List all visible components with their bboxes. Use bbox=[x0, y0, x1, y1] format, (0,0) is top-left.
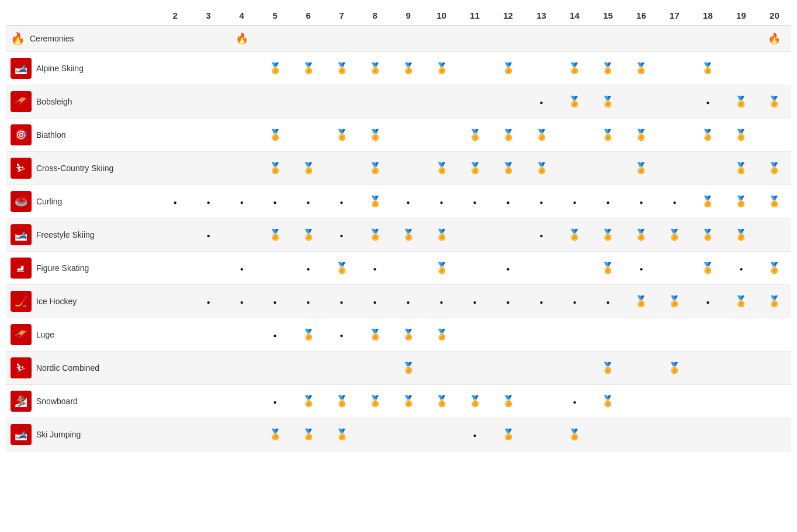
dot-icon: ● bbox=[240, 199, 244, 206]
medal-icon: 🏅 bbox=[369, 195, 382, 208]
day-cell-12 bbox=[491, 85, 525, 119]
day-header-12: 12 bbox=[491, 6, 525, 26]
day-cell-18 bbox=[691, 385, 725, 418]
day-cell-13: ● bbox=[525, 218, 558, 252]
day-cell-16 bbox=[625, 385, 658, 418]
sport-name: Figure Skating bbox=[36, 263, 89, 273]
sport-icon: 🏂 bbox=[11, 391, 32, 412]
medal-icon: 🏅 bbox=[601, 262, 614, 274]
day-cell-3 bbox=[192, 26, 225, 52]
day-cell-17: 🏅 bbox=[658, 218, 691, 252]
day-cell-19 bbox=[725, 385, 758, 418]
day-cell-10: 🏅 bbox=[425, 252, 458, 285]
medal-icon: 🏅 bbox=[369, 62, 382, 75]
day-cell-20: 🔥 bbox=[758, 26, 791, 52]
sport-name: Biathlon bbox=[36, 130, 66, 140]
dot-icon: ● bbox=[539, 299, 543, 305]
day-header-5: 5 bbox=[258, 6, 292, 26]
dot-icon: ● bbox=[473, 299, 477, 305]
medal-icon: 🏅 bbox=[701, 128, 714, 141]
medal-icon: 🏅 bbox=[369, 162, 382, 175]
day-cell-16 bbox=[625, 85, 658, 119]
day-cell-20: 🏅 bbox=[758, 85, 791, 119]
day-cell-11: ● bbox=[458, 285, 491, 318]
sport-row: 🏂 Snowboard ●🏅🏅🏅🏅🏅🏅🏅●🏅 bbox=[6, 385, 791, 418]
day-cell-7 bbox=[325, 352, 358, 385]
day-cell-2 bbox=[158, 85, 192, 119]
day-cell-7 bbox=[325, 26, 358, 52]
day-cell-18: 🏅 bbox=[691, 218, 725, 252]
day-cell-10: 🏅 bbox=[425, 318, 458, 352]
dot-icon: ● bbox=[473, 199, 477, 206]
sport-name: Ceremonies bbox=[30, 34, 74, 43]
day-cell-9: 🏅 bbox=[391, 218, 425, 252]
medal-icon: 🏅 bbox=[668, 361, 681, 374]
day-cell-8 bbox=[358, 85, 391, 119]
day-cell-18 bbox=[691, 26, 725, 52]
day-cell-16: 🏅 bbox=[625, 218, 658, 252]
day-cell-12: ● bbox=[491, 252, 525, 285]
day-cell-3 bbox=[192, 252, 225, 285]
day-cell-16: ● bbox=[625, 185, 658, 218]
day-cell-11 bbox=[458, 218, 491, 252]
medal-icon: 🏅 bbox=[302, 228, 315, 241]
sport-icon: 🎿 bbox=[11, 58, 32, 79]
day-cell-16 bbox=[625, 318, 658, 352]
medal-icon: 🏅 bbox=[402, 361, 415, 374]
day-cell-4 bbox=[225, 418, 258, 451]
day-cell-10: 🏅 bbox=[425, 52, 458, 85]
day-cell-8: 🏅 bbox=[358, 52, 391, 85]
day-cell-14: 🏅 bbox=[558, 218, 591, 252]
day-cell-3 bbox=[192, 152, 225, 185]
day-cell-2 bbox=[158, 52, 192, 85]
sport-cell-bobsleigh: 🛷 Bobsleigh bbox=[6, 85, 158, 119]
sport-icon: 🏒 bbox=[11, 291, 32, 312]
day-cell-12 bbox=[491, 26, 525, 52]
day-cell-4: ● bbox=[225, 252, 258, 285]
medal-icon: 🏅 bbox=[502, 128, 515, 141]
day-cell-11 bbox=[458, 26, 491, 52]
medal-icon: 🏅 bbox=[701, 195, 714, 208]
dot-icon: ● bbox=[407, 199, 410, 206]
day-cell-5: ● bbox=[258, 285, 292, 318]
sport-cell-nordic-combined: ⛷ Nordic Combined bbox=[6, 352, 158, 385]
medal-icon: 🏅 bbox=[302, 428, 315, 441]
medal-icon: 🏅 bbox=[701, 262, 714, 274]
dot-icon: ● bbox=[539, 199, 543, 206]
day-cell-9 bbox=[391, 26, 425, 52]
day-cell-17 bbox=[658, 152, 691, 185]
day-header-3: 3 bbox=[192, 6, 225, 26]
day-cell-20 bbox=[758, 52, 791, 85]
day-header-10: 10 bbox=[425, 6, 458, 26]
dot-icon: ● bbox=[573, 399, 576, 405]
dot-icon: ● bbox=[240, 299, 244, 305]
medal-icon: 🏅 bbox=[302, 162, 315, 175]
day-cell-6: ● bbox=[292, 252, 325, 285]
day-cell-2 bbox=[158, 318, 192, 352]
day-cell-5 bbox=[258, 252, 292, 285]
day-cell-5 bbox=[258, 352, 292, 385]
day-cell-20 bbox=[758, 119, 791, 152]
day-cell-20: 🏅 bbox=[758, 252, 791, 285]
day-header-9: 9 bbox=[391, 6, 425, 26]
day-cell-6: 🏅 bbox=[292, 218, 325, 252]
dot-icon: ● bbox=[673, 199, 676, 206]
day-cell-18: 🏅 bbox=[691, 185, 725, 218]
day-cell-17: ● bbox=[658, 185, 691, 218]
day-cell-19 bbox=[725, 352, 758, 385]
day-cell-13: ● bbox=[525, 185, 558, 218]
medal-icon: 🏅 bbox=[601, 128, 614, 141]
dot-icon: ● bbox=[573, 199, 576, 206]
sport-cell-figure-skating: ⛸ Figure Skating bbox=[6, 252, 158, 285]
torch-icon: 🔥 bbox=[235, 33, 248, 44]
sport-icon: 🛷 bbox=[11, 91, 32, 112]
medal-icon: 🏅 bbox=[269, 62, 282, 75]
day-cell-16 bbox=[625, 418, 658, 451]
sport-row: 🎯 Biathlon 🏅🏅🏅🏅🏅🏅🏅🏅🏅🏅 bbox=[6, 119, 791, 152]
medal-icon: 🏅 bbox=[302, 395, 315, 408]
day-cell-9 bbox=[391, 85, 425, 119]
day-cell-7: 🏅 bbox=[325, 119, 358, 152]
day-cell-19 bbox=[725, 418, 758, 451]
medal-icon: 🏅 bbox=[335, 428, 348, 441]
day-cell-13 bbox=[525, 418, 558, 451]
